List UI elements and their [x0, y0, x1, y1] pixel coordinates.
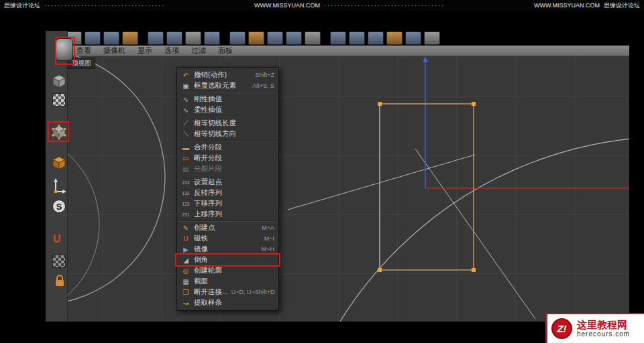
- menubar-item-view[interactable]: 查看: [76, 46, 91, 56]
- snap-toggle-button[interactable]: S: [52, 200, 66, 213]
- toolbar-icon[interactable]: [330, 31, 346, 45]
- spline-point-handle[interactable]: [378, 102, 382, 106]
- cross-section-icon: ▦: [181, 278, 191, 285]
- toolbar-icon[interactable]: [204, 31, 220, 45]
- lock-workplane-button[interactable]: [52, 273, 67, 288]
- menu-item-join-segment[interactable]: ▬ 合并分段: [177, 142, 278, 153]
- menu-item-extract-spline[interactable]: ↝ 提取样条: [177, 297, 278, 308]
- texture-mode-button[interactable]: [52, 93, 66, 107]
- rigid-interpolation-icon: ∿: [181, 96, 191, 103]
- toolbar-icon[interactable]: [103, 31, 119, 45]
- spline-guide-line-1: [415, 149, 535, 319]
- toolbar-icon[interactable]: [185, 31, 201, 45]
- magnet-icon: U: [53, 233, 61, 245]
- menu-item-label: 创建点: [194, 223, 215, 232]
- menu-item-cross-section[interactable]: ▦ 截面: [177, 276, 278, 287]
- menu-item-label: 断开连接...: [194, 287, 228, 297]
- toolbar-icon[interactable]: [148, 31, 164, 45]
- toolbar-icon[interactable]: [267, 31, 283, 45]
- annotation-box-make-editable: [55, 37, 75, 65]
- viewport-top-view[interactable]: [68, 56, 629, 322]
- split-segment-icon: ▤: [181, 165, 191, 173]
- menu-item-break-segment[interactable]: ▭ 断开分段: [177, 153, 278, 163]
- menu-item-label: 创建轮廓: [194, 266, 222, 275]
- watermark-dots: ····································: [324, 2, 530, 9]
- menu-item-equal-tangent-direction[interactable]: ⟍ 相等切线方向: [177, 129, 278, 139]
- menu-item-soft-interpolation[interactable]: ∿ 柔性插值: [177, 105, 278, 115]
- toolbar-icon[interactable]: [305, 31, 321, 45]
- viewport-menubar: 查看 摄像机 显示 选项 过滤 面板: [70, 46, 629, 56]
- menubar-item-options[interactable]: 选项: [164, 46, 179, 56]
- frame-selected-icon: ▣: [181, 82, 191, 90]
- polygon-mode-button[interactable]: [52, 155, 66, 170]
- menu-separator: [180, 220, 276, 222]
- toolbar-icon[interactable]: [122, 31, 138, 45]
- menu-item-move-up-sequence[interactable]: 231 上移序列: [177, 209, 278, 220]
- menu-item-split-segment: ▤ 分裂片段: [177, 163, 278, 174]
- workplane-mode-button[interactable]: [52, 255, 66, 268]
- toolbar-icon[interactable]: [424, 31, 440, 45]
- toolbar-icon[interactable]: [248, 31, 264, 45]
- toolbar-icon[interactable]: [166, 31, 182, 45]
- set-first-point-icon: 213: [181, 180, 191, 185]
- toolbar-icon[interactable]: [349, 31, 365, 45]
- spline-context-menu: ↶ 撤销(动作) Shift+Z ▣ 框显选取元素 Alt+S, S ∿ 刚性插…: [176, 67, 279, 311]
- toolbar-icon[interactable]: [229, 31, 246, 45]
- menu-item-undo[interactable]: ↶ 撤销(动作) Shift+Z: [177, 70, 278, 80]
- move-down-sequence-icon: 123: [181, 202, 191, 206]
- menu-item-label: 分裂片段: [194, 164, 222, 174]
- magnet-tool-button[interactable]: U: [53, 233, 61, 245]
- mirror-icon: ▶: [181, 246, 191, 253]
- spline-circle-outer: [68, 56, 165, 305]
- menu-separator: [180, 92, 276, 93]
- menu-separator: [180, 116, 276, 117]
- watermark-logo-icon: Z!: [551, 318, 572, 339]
- equal-tangent-length-icon: ⟋: [181, 119, 191, 127]
- model-mode-button[interactable]: [52, 74, 66, 88]
- disconnect-icon: ❐: [181, 289, 191, 296]
- menu-separator: [180, 175, 276, 176]
- spline-point-handle[interactable]: [472, 268, 476, 272]
- undo-icon: ↶: [181, 72, 191, 79]
- toolbar-icon[interactable]: [386, 31, 402, 45]
- menu-item-label: 设置起点: [194, 178, 222, 187]
- menubar-item-panel[interactable]: 面板: [218, 46, 233, 56]
- menu-item-label: 截面: [194, 277, 208, 286]
- soft-interpolation-icon: ∿: [181, 107, 191, 114]
- menu-item-label: 磁铁: [194, 234, 208, 243]
- menu-item-disconnect[interactable]: ❐ 断开连接... U~D, U~Shift+D: [177, 287, 278, 297]
- toolbar-icon[interactable]: [286, 31, 302, 45]
- menu-item-move-down-sequence[interactable]: 123 下移序列: [177, 198, 278, 209]
- menu-item-create-point[interactable]: ✎ 创建点 M~A: [177, 222, 278, 233]
- move-up-sequence-icon: 231: [181, 212, 191, 217]
- menu-item-label: 提取样条: [194, 298, 222, 307]
- spline-point-handle[interactable]: [378, 268, 382, 272]
- spline-arc-right: [282, 137, 629, 322]
- menu-item-equal-tangent-length[interactable]: ⟋ 相等切线长度: [177, 118, 278, 129]
- menu-item-shortcut: M~H: [262, 246, 274, 253]
- workplane-icon: [52, 255, 66, 268]
- watermark-dots: ····································: [44, 2, 250, 9]
- menubar-item-camera[interactable]: 摄像机: [103, 46, 125, 56]
- axis-icon: [52, 178, 66, 196]
- spline-point-handle[interactable]: [472, 102, 476, 106]
- rectangle-spline[interactable]: [380, 104, 474, 270]
- toolbar-icon[interactable]: [405, 31, 421, 45]
- top-toolbar: [47, 31, 440, 46]
- menu-item-reverse-sequence[interactable]: 132 反转序列: [177, 188, 278, 198]
- menu-item-label: 相等切线方向: [194, 129, 236, 139]
- menu-item-magnet[interactable]: U 磁铁 M~I: [177, 233, 278, 244]
- texture-mode-icon: [52, 93, 66, 107]
- break-segment-icon: ▭: [181, 155, 191, 162]
- menu-item-create-outline[interactable]: ◎ 创建轮廓: [177, 265, 278, 276]
- menubar-item-display[interactable]: 显示: [138, 46, 152, 56]
- menu-item-frame-selected[interactable]: ▣ 框显选取元素 Alt+S, S: [177, 80, 278, 91]
- menu-item-rigid-interpolation[interactable]: ∿ 刚性插值: [177, 94, 278, 105]
- toolbar-icon[interactable]: [85, 31, 101, 45]
- menubar-item-filter[interactable]: 过滤: [191, 46, 206, 56]
- menu-item-label: 断开分段: [194, 153, 222, 163]
- menu-item-label: 框显选取元素: [194, 81, 236, 90]
- menu-item-set-first-point[interactable]: 213 设置起点: [177, 177, 278, 188]
- enable-axis-button[interactable]: [52, 178, 66, 196]
- toolbar-icon[interactable]: [368, 31, 384, 45]
